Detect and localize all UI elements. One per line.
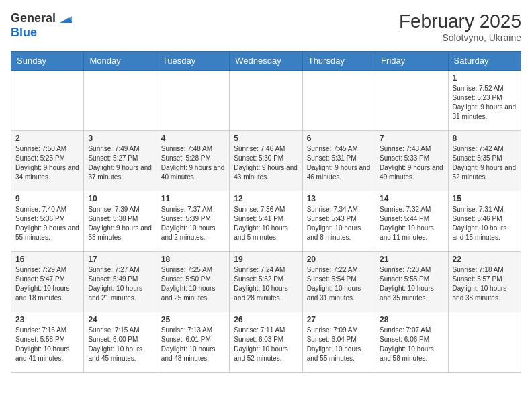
day-info: Sunrise: 7:45 AM Sunset: 5:31 PM Dayligh… [307, 144, 371, 182]
weekday-header-monday: Monday [84, 52, 157, 71]
day-info: Sunrise: 7:15 AM Sunset: 6:00 PM Dayligh… [88, 326, 152, 363]
day-info: Sunrise: 7:25 AM Sunset: 5:50 PM Dayligh… [161, 265, 225, 303]
calendar-cell: 22Sunrise: 7:18 AM Sunset: 5:57 PM Dayli… [448, 252, 521, 312]
calendar-week-row: 9Sunrise: 7:40 AM Sunset: 5:36 PM Daylig… [11, 191, 521, 252]
weekday-header-sunday: Sunday [11, 52, 84, 71]
calendar-cell: 11Sunrise: 7:37 AM Sunset: 5:39 PM Dayli… [157, 191, 229, 252]
day-number: 27 [307, 315, 371, 324]
day-info: Sunrise: 7:24 AM Sunset: 5:52 PM Dayligh… [234, 265, 298, 303]
day-info: Sunrise: 7:22 AM Sunset: 5:54 PM Dayligh… [307, 265, 371, 303]
day-number: 24 [88, 315, 152, 324]
day-info: Sunrise: 7:20 AM Sunset: 5:55 PM Dayligh… [380, 265, 443, 303]
day-number: 5 [234, 134, 298, 143]
calendar-cell: 9Sunrise: 7:40 AM Sunset: 5:36 PM Daylig… [11, 191, 84, 252]
day-number: 15 [453, 194, 517, 203]
calendar-cell [448, 312, 521, 373]
weekday-header-wednesday: Wednesday [230, 52, 302, 71]
day-info: Sunrise: 7:46 AM Sunset: 5:30 PM Dayligh… [234, 144, 298, 182]
calendar-cell: 16Sunrise: 7:29 AM Sunset: 5:47 PM Dayli… [11, 252, 84, 312]
logo-general: General [11, 11, 56, 26]
calendar-cell: 1Sunrise: 7:52 AM Sunset: 5:23 PM Daylig… [448, 71, 521, 131]
calendar-cell: 14Sunrise: 7:32 AM Sunset: 5:44 PM Dayli… [375, 191, 448, 252]
day-info: Sunrise: 7:31 AM Sunset: 5:46 PM Dayligh… [453, 205, 517, 242]
day-info: Sunrise: 7:43 AM Sunset: 5:33 PM Dayligh… [380, 144, 443, 182]
day-info: Sunrise: 7:37 AM Sunset: 5:39 PM Dayligh… [161, 205, 225, 242]
day-number: 12 [234, 194, 298, 203]
day-number: 13 [307, 194, 371, 203]
logo-blue: Blue [11, 26, 37, 40]
day-number: 21 [380, 255, 443, 264]
page-header: General Blue February 2025 Solotvyno, Uk… [11, 11, 521, 43]
day-number: 4 [161, 134, 225, 143]
calendar-cell: 18Sunrise: 7:25 AM Sunset: 5:50 PM Dayli… [157, 252, 229, 312]
day-number: 11 [161, 194, 225, 203]
calendar-cell [302, 71, 375, 131]
title-block: February 2025 Solotvyno, Ukraine [399, 11, 521, 43]
calendar-cell [157, 71, 229, 131]
day-info: Sunrise: 7:11 AM Sunset: 6:03 PM Dayligh… [234, 326, 298, 363]
calendar-cell: 7Sunrise: 7:43 AM Sunset: 5:33 PM Daylig… [375, 131, 448, 191]
day-info: Sunrise: 7:32 AM Sunset: 5:44 PM Dayligh… [380, 205, 443, 242]
day-number: 9 [15, 194, 79, 203]
calendar-cell [230, 71, 302, 131]
calendar-cell: 25Sunrise: 7:13 AM Sunset: 6:01 PM Dayli… [157, 312, 229, 373]
day-info: Sunrise: 7:52 AM Sunset: 5:23 PM Dayligh… [453, 84, 517, 122]
calendar-cell: 23Sunrise: 7:16 AM Sunset: 5:58 PM Dayli… [11, 312, 84, 373]
day-number: 3 [88, 134, 152, 143]
day-info: Sunrise: 7:27 AM Sunset: 5:49 PM Dayligh… [88, 265, 152, 303]
day-info: Sunrise: 7:18 AM Sunset: 5:57 PM Dayligh… [453, 265, 517, 303]
calendar-week-row: 23Sunrise: 7:16 AM Sunset: 5:58 PM Dayli… [11, 312, 521, 373]
calendar-cell: 5Sunrise: 7:46 AM Sunset: 5:30 PM Daylig… [230, 131, 302, 191]
weekday-header-friday: Friday [375, 52, 448, 71]
day-info: Sunrise: 7:39 AM Sunset: 5:38 PM Dayligh… [88, 205, 152, 242]
day-info: Sunrise: 7:16 AM Sunset: 5:58 PM Dayligh… [15, 326, 79, 363]
calendar-cell: 20Sunrise: 7:22 AM Sunset: 5:54 PM Dayli… [302, 252, 375, 312]
logo: General Blue [11, 11, 72, 40]
location-subtitle: Solotvyno, Ukraine [399, 32, 521, 43]
day-number: 19 [234, 255, 298, 264]
day-info: Sunrise: 7:50 AM Sunset: 5:25 PM Dayligh… [15, 144, 79, 182]
day-number: 25 [161, 315, 225, 324]
day-info: Sunrise: 7:42 AM Sunset: 5:35 PM Dayligh… [453, 144, 517, 182]
day-number: 22 [453, 255, 517, 264]
weekday-header-thursday: Thursday [302, 52, 375, 71]
day-number: 6 [307, 134, 371, 143]
day-info: Sunrise: 7:29 AM Sunset: 5:47 PM Dayligh… [15, 265, 79, 303]
calendar-cell: 17Sunrise: 7:27 AM Sunset: 5:49 PM Dayli… [84, 252, 157, 312]
svg-marker-1 [64, 16, 72, 23]
calendar-cell [375, 71, 448, 131]
weekday-header-row: SundayMondayTuesdayWednesdayThursdayFrid… [11, 52, 521, 71]
day-info: Sunrise: 7:34 AM Sunset: 5:43 PM Dayligh… [307, 205, 371, 242]
day-number: 16 [15, 255, 79, 264]
day-info: Sunrise: 7:48 AM Sunset: 5:28 PM Dayligh… [161, 144, 225, 182]
day-number: 20 [307, 255, 371, 264]
day-info: Sunrise: 7:40 AM Sunset: 5:36 PM Dayligh… [15, 205, 79, 242]
calendar-cell: 8Sunrise: 7:42 AM Sunset: 5:35 PM Daylig… [448, 131, 521, 191]
calendar-week-row: 1Sunrise: 7:52 AM Sunset: 5:23 PM Daylig… [11, 71, 521, 131]
calendar-cell: 28Sunrise: 7:07 AM Sunset: 6:06 PM Dayli… [375, 312, 448, 373]
calendar-cell: 6Sunrise: 7:45 AM Sunset: 5:31 PM Daylig… [302, 131, 375, 191]
calendar-cell: 19Sunrise: 7:24 AM Sunset: 5:52 PM Dayli… [230, 252, 302, 312]
day-info: Sunrise: 7:49 AM Sunset: 5:27 PM Dayligh… [88, 144, 152, 182]
day-number: 8 [453, 134, 517, 143]
day-number: 1 [453, 73, 517, 83]
calendar-cell: 27Sunrise: 7:09 AM Sunset: 6:04 PM Dayli… [302, 312, 375, 373]
day-info: Sunrise: 7:07 AM Sunset: 6:06 PM Dayligh… [380, 326, 443, 363]
day-info: Sunrise: 7:13 AM Sunset: 6:01 PM Dayligh… [161, 326, 225, 363]
calendar-table: SundayMondayTuesdayWednesdayThursdayFrid… [11, 51, 521, 373]
calendar-cell: 12Sunrise: 7:36 AM Sunset: 5:41 PM Dayli… [230, 191, 302, 252]
day-number: 26 [234, 315, 298, 324]
day-number: 17 [88, 255, 152, 264]
calendar-cell: 15Sunrise: 7:31 AM Sunset: 5:46 PM Dayli… [448, 191, 521, 252]
day-number: 18 [161, 255, 225, 264]
month-year-title: February 2025 [399, 11, 521, 32]
calendar-week-row: 2Sunrise: 7:50 AM Sunset: 5:25 PM Daylig… [11, 131, 521, 191]
calendar-cell: 26Sunrise: 7:11 AM Sunset: 6:03 PM Dayli… [230, 312, 302, 373]
calendar-cell: 2Sunrise: 7:50 AM Sunset: 5:25 PM Daylig… [11, 131, 84, 191]
day-number: 7 [380, 134, 443, 143]
day-number: 28 [380, 315, 443, 324]
day-number: 23 [15, 315, 79, 324]
calendar-cell: 21Sunrise: 7:20 AM Sunset: 5:55 PM Dayli… [375, 252, 448, 312]
calendar-cell: 4Sunrise: 7:48 AM Sunset: 5:28 PM Daylig… [157, 131, 229, 191]
day-number: 10 [88, 194, 152, 203]
